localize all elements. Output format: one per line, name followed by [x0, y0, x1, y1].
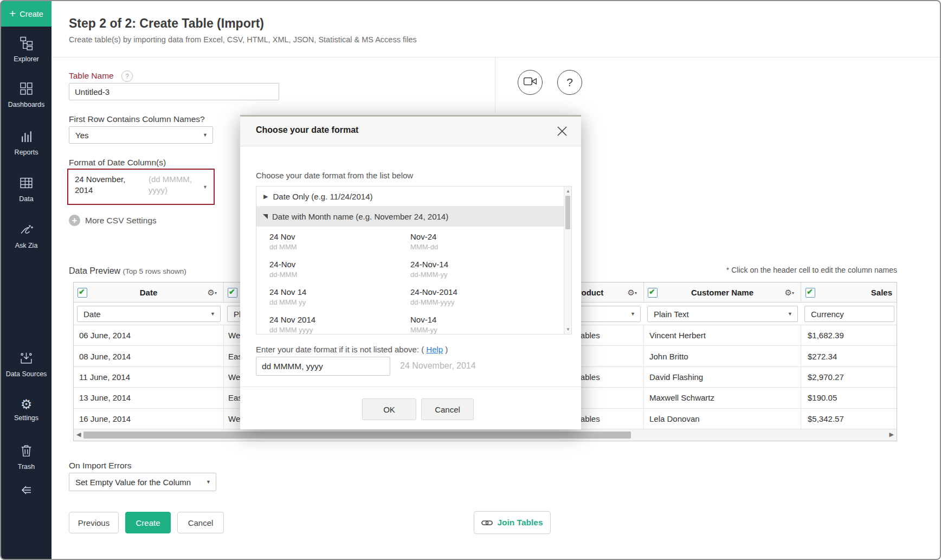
format-option[interactable]: 24 Nov 2014dd MMM yyyy	[269, 315, 315, 334]
first-row-value: Yes	[75, 131, 88, 140]
video-camera-icon	[523, 75, 537, 89]
scroll-left-icon[interactable]: ◀	[76, 431, 81, 438]
join-tables-button[interactable]: Join Tables	[474, 511, 551, 534]
format-option[interactable]: 24-Novdd-MMM	[269, 260, 297, 279]
edit-columns-note: * Click on the header cell to edit the c…	[597, 266, 897, 274]
app-window: + Create Explorer Dashboards Reports	[0, 0, 941, 560]
sidebar-item-ask-zia[interactable]: Ask Zia	[1, 222, 51, 249]
sidebar-item-reports[interactable]: Reports	[1, 129, 51, 156]
sidebar-item-trash[interactable]: Trash	[1, 443, 51, 471]
page-title: Step 2 of 2: Create Table (Import)	[69, 16, 264, 31]
window-frame: + Create Explorer Dashboards Reports	[0, 0, 941, 560]
scroll-down-icon[interactable]: ▼	[565, 327, 571, 332]
more-csv-settings-link[interactable]: More CSV Settings	[85, 216, 157, 226]
data-preview-title: Data Preview	[69, 266, 120, 275]
sidebar-item-label: Dashboards	[8, 101, 44, 108]
dialog-titlebar: Choose your date format	[240, 117, 581, 146]
dialog-instruction: Choose your date format from the list be…	[256, 171, 413, 180]
chevron-down-icon: ▼	[203, 184, 208, 190]
type-value: Currency	[811, 310, 844, 319]
explorer-icon	[19, 36, 34, 53]
cell-sales: $1,682.39	[801, 325, 898, 345]
format-option[interactable]: Nov-24MMM-dd	[410, 232, 438, 251]
sales-type-select[interactable]: Currency	[804, 306, 894, 322]
on-import-errors-value: Set Empty Value for the Column	[75, 478, 191, 487]
cancel-button[interactable]: Cancel	[177, 512, 224, 533]
data-preview-rows-note: (Top 5 rows shown)	[123, 267, 186, 275]
column-gear-icon[interactable]: ⚙▾	[785, 288, 794, 298]
video-help-button[interactable]	[518, 70, 543, 95]
table-name-label: Table Name	[69, 71, 114, 81]
help-button[interactable]: ?	[557, 70, 582, 95]
column-gear-icon[interactable]: ⚙▾	[208, 288, 217, 298]
sidebar-collapse-button[interactable]	[1, 484, 51, 499]
settings-gear-icon: ⚙	[21, 397, 33, 411]
group-date-with-month-name[interactable]: Date with Month name (e.g. November 24, …	[256, 207, 571, 227]
cell-customer: David Flashing	[644, 367, 801, 387]
customer-type-select[interactable]: Plain Text ▼	[647, 306, 798, 322]
date-format-hint: (dd MMMM, yyyy)	[149, 174, 204, 196]
sidebar-item-data[interactable]: Data	[1, 176, 51, 203]
scroll-right-icon[interactable]: ▶	[890, 431, 894, 438]
sidebar-item-dashboards[interactable]: Dashboards	[1, 81, 51, 108]
sidebar-item-data-sources[interactable]: Data Sources	[1, 351, 51, 378]
close-icon[interactable]	[555, 124, 569, 138]
cell-date: 16 June, 2014	[74, 409, 224, 429]
help-link[interactable]: Help	[426, 345, 443, 354]
dashboards-icon	[19, 81, 34, 98]
format-option[interactable]: 24 Novdd MMM	[269, 232, 297, 251]
header-divider	[51, 57, 940, 57]
header-cell-sales[interactable]: ✔ Sales	[801, 282, 898, 302]
format-option[interactable]: 24-Nov-14dd-MMM-yy	[410, 260, 448, 279]
scrollbar-thumb[interactable]	[83, 432, 631, 439]
group-label: Date with Month name (e.g. November 24, …	[272, 212, 448, 221]
cell-date: 08 June, 2014	[74, 346, 224, 366]
sidebar-item-explorer[interactable]: Explorer	[1, 36, 51, 63]
trash-icon	[19, 443, 34, 460]
sidebar: + Create Explorer Dashboards Reports	[1, 1, 51, 559]
header-cell-customer-name[interactable]: ✔ Customer Name ⚙▾	[644, 282, 801, 302]
group-date-only[interactable]: ▶ Date Only (e.g. 11/24/2014)	[256, 186, 571, 207]
date-format-value: 24 November, 2014	[75, 174, 144, 196]
sidebar-item-label: Data	[19, 195, 33, 203]
create-button-label: Create	[20, 10, 43, 18]
date-format-select[interactable]: 24 November, 2014 (dd MMMM, yyyy) ▼	[67, 169, 215, 205]
previous-button[interactable]: Previous	[69, 512, 119, 533]
date-type-select[interactable]: Date ▼	[77, 306, 221, 322]
format-option[interactable]: 24-Nov-2014dd-MMM-yyyy	[410, 287, 457, 306]
dialog-cancel-button[interactable]: Cancel	[421, 398, 474, 420]
custom-format-prompt: Enter your date format if it is not list…	[256, 345, 448, 354]
cell-sales: $2,970.27	[801, 367, 898, 387]
column-title: Customer Name	[644, 282, 801, 302]
table-name-input[interactable]	[69, 83, 279, 100]
create-button[interactable]: + Create	[1, 1, 51, 27]
more-csv-expand-icon[interactable]: +	[69, 215, 80, 226]
sidebar-item-label: Ask Zia	[15, 242, 38, 249]
cell-customer: Vincent Herbert	[644, 325, 801, 345]
table-name-help-icon[interactable]: ?	[121, 70, 133, 82]
first-row-label: First Row Contains Column Names?	[69, 114, 205, 124]
type-value: Plain Text	[654, 310, 689, 319]
cell-customer: Lela Donovan	[644, 409, 801, 429]
chevron-down-icon: ▼	[203, 132, 208, 138]
first-row-select[interactable]: Yes ▼	[69, 126, 213, 144]
horizontal-scrollbar[interactable]: ◀ ▶	[74, 429, 897, 441]
format-option[interactable]: Nov-14MMM-yy	[410, 315, 437, 334]
custom-format-prompt-close: )	[445, 345, 448, 354]
column-gear-icon[interactable]: ⚙▾	[628, 288, 637, 298]
scroll-up-icon[interactable]: ▲	[565, 189, 571, 194]
create-table-button[interactable]: Create	[125, 512, 171, 533]
custom-format-input[interactable]	[256, 357, 390, 376]
column-title: Date	[74, 282, 223, 302]
list-scrollbar[interactable]: ▲ ▼	[564, 186, 571, 334]
sidebar-item-settings[interactable]: ⚙ Settings	[1, 397, 51, 422]
column-title: Sales	[801, 282, 898, 302]
cell-sales: $190.05	[801, 388, 898, 408]
cell-date: 13 June, 2014	[74, 388, 224, 408]
format-option[interactable]: 24 Nov 14dd MMM yy	[269, 287, 306, 306]
header-cell-date[interactable]: ✔ Date ⚙▾	[74, 282, 224, 302]
on-import-errors-select[interactable]: Set Empty Value for the Column ▼	[69, 473, 216, 491]
section-divider	[495, 57, 495, 112]
scrollbar-thumb[interactable]	[565, 196, 570, 229]
ok-button[interactable]: OK	[362, 398, 416, 420]
